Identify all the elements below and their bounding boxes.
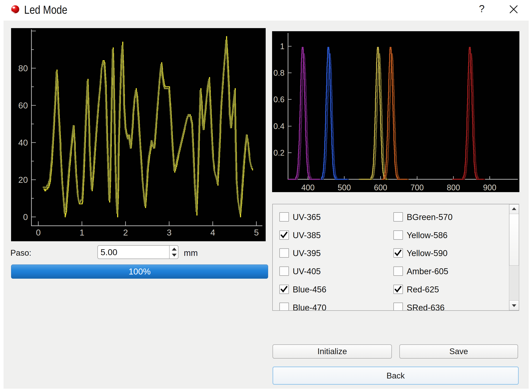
svg-text:60: 60 [18,101,28,110]
svg-text:20: 20 [18,175,28,185]
svg-text:1: 1 [79,228,84,237]
svg-text:700: 700 [411,183,424,192]
svg-text:0.8: 0.8 [273,68,285,77]
svg-text:600: 600 [374,183,387,192]
svg-text:400: 400 [301,183,315,192]
svg-text:500: 500 [338,183,351,192]
svg-text:40: 40 [18,138,28,147]
svg-text:0.6: 0.6 [273,95,285,104]
svg-text:4: 4 [210,228,215,237]
svg-text:5: 5 [254,228,259,237]
svg-text:2: 2 [123,228,128,237]
svg-text:80: 80 [18,64,28,73]
svg-text:0: 0 [36,228,41,237]
svg-text:0: 0 [23,212,28,222]
svg-text:0.4: 0.4 [273,122,285,131]
svg-text:1: 1 [280,42,285,51]
svg-text:900: 900 [483,183,496,192]
svg-text:800: 800 [447,183,460,192]
svg-text:3: 3 [167,228,172,237]
svg-text:0.2: 0.2 [273,148,285,157]
